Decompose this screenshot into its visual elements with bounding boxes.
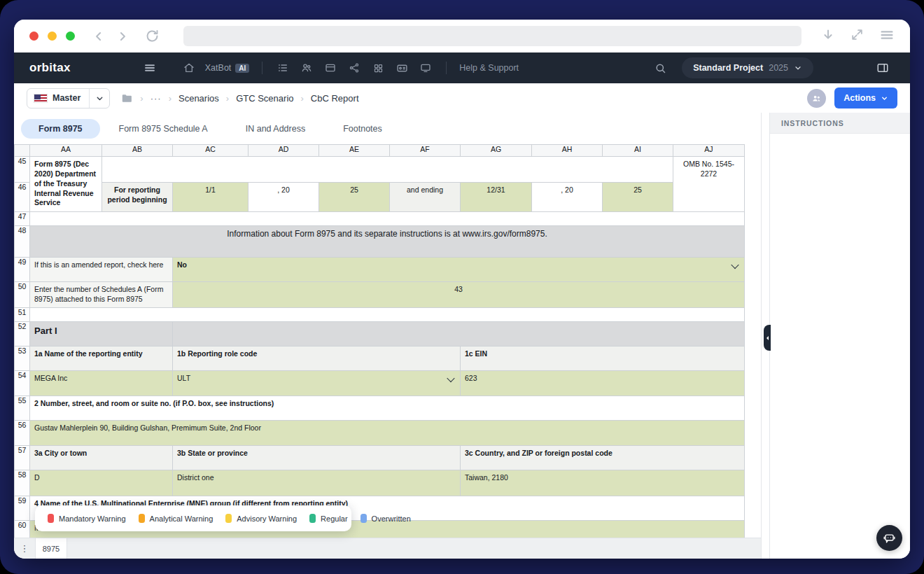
sheet-tab-8975[interactable]: 8975	[35, 538, 67, 559]
col-header-AI[interactable]: AI	[603, 145, 673, 157]
col-header-AE[interactable]: AE	[319, 145, 390, 157]
close-window-button[interactable]	[29, 31, 38, 41]
panel-toggle-icon[interactable]	[871, 62, 895, 74]
col-header-AC[interactable]: AC	[173, 145, 248, 157]
col-header-AJ[interactable]: AJ	[673, 145, 745, 157]
cell-r55[interactable]: 2 Number, street, and room or suite no. …	[30, 396, 745, 420]
cell-r57[interactable]: 3b State or province	[173, 445, 461, 470]
card-icon[interactable]	[318, 62, 342, 74]
address-bar[interactable]	[183, 26, 802, 46]
cell-r50[interactable]: 43	[173, 282, 745, 308]
search-icon[interactable]	[648, 62, 672, 74]
row-header-46[interactable]: 46	[15, 183, 30, 212]
col-header-AH[interactable]: AH	[532, 145, 603, 157]
cell-r52[interactable]	[173, 321, 745, 346]
project-selector[interactable]: Standard Project 2025	[682, 57, 813, 78]
refresh-icon[interactable]	[145, 29, 160, 43]
cell-r49[interactable]: No	[173, 258, 745, 282]
cell-r56[interactable]: Gustav Mahlerplein 90, Building Gulshan,…	[30, 420, 745, 445]
cell-r50[interactable]: Enter the number of Schedules A (Form 89…	[30, 282, 173, 308]
cell-r45[interactable]: OMB No. 1545-2272	[673, 157, 745, 212]
share-icon[interactable]	[342, 62, 366, 74]
home-icon[interactable]	[177, 62, 201, 74]
row-header-59[interactable]: 59	[15, 496, 30, 520]
row-header-58[interactable]: 58	[15, 470, 30, 496]
tab-footnotes[interactable]: Footnotes	[324, 119, 401, 139]
chatbot-button[interactable]	[876, 525, 902, 551]
tab-form-8975-schedule-a[interactable]: Form 8975 Schedule A	[100, 119, 227, 139]
cell-r58[interactable]: District one	[173, 470, 461, 496]
entity-selector[interactable]: Master	[27, 88, 110, 108]
cell-r46[interactable]: , 20	[532, 183, 603, 212]
row-header-50[interactable]: 50	[15, 282, 30, 308]
panel-collapse-handle[interactable]	[764, 325, 771, 351]
download-icon[interactable]	[821, 28, 835, 45]
row-header-49[interactable]: 49	[15, 258, 30, 282]
cell-r53[interactable]: 1a Name of the reporting entity	[30, 346, 173, 370]
cell-r58[interactable]: D	[30, 470, 173, 496]
cell-r46[interactable]: and ending	[390, 183, 461, 212]
xatbot-nav-item[interactable]: XatBot AI	[205, 63, 250, 73]
row-header-45[interactable]: 45	[15, 157, 30, 183]
cell-r57[interactable]: 3c Country, and ZIP or foreign postal co…	[461, 445, 745, 470]
cell-r54[interactable]: 623	[461, 370, 745, 396]
app-menu-icon[interactable]	[138, 62, 162, 74]
tab-form-8975[interactable]: Form 8975	[21, 119, 100, 139]
cell-r53[interactable]: 1c EIN	[461, 346, 745, 370]
checklist-icon[interactable]	[271, 62, 295, 74]
breadcrumb-cbc-report[interactable]: CbC Report	[311, 93, 359, 104]
maximize-window-button[interactable]	[66, 31, 75, 41]
cell-r54[interactable]: MEGA Inc	[30, 370, 173, 396]
cell-r46[interactable]: 25	[319, 183, 390, 212]
cell-r52[interactable]: Part I	[30, 321, 173, 346]
cell-r45[interactable]	[102, 157, 673, 183]
help-support-link[interactable]: Help & Support	[459, 63, 519, 73]
cell-r54[interactable]: ULT	[173, 370, 461, 396]
collaborators-avatar[interactable]	[807, 89, 826, 108]
fullscreen-icon[interactable]	[850, 28, 864, 44]
cell-r47[interactable]	[30, 212, 745, 226]
breadcrumb-ellipsis[interactable]: ···	[150, 93, 162, 104]
row-header-48[interactable]: 48	[15, 226, 30, 258]
cell-r46[interactable]: 1/1	[173, 183, 248, 212]
cell-r46[interactable]: 12/31	[461, 183, 532, 212]
cell-r45[interactable]: Form 8975 (Dec 2020) Department of the T…	[30, 157, 102, 212]
row-header-47[interactable]: 47	[15, 212, 30, 226]
col-header-AB[interactable]: AB	[102, 145, 173, 157]
col-header-AA[interactable]: AA	[30, 145, 102, 157]
cell-r57[interactable]: 3a City or town	[30, 445, 173, 470]
breadcrumb-gtc-scenario[interactable]: GTC Scenario	[236, 93, 293, 104]
row-header-52[interactable]: 52	[15, 321, 30, 346]
cell-r58[interactable]: Taiwan, 2180	[461, 470, 745, 496]
back-icon[interactable]	[92, 29, 106, 43]
cell-r48[interactable]: Information about Form 8975 and its sepa…	[30, 226, 745, 258]
row-header-55[interactable]: 55	[15, 396, 30, 420]
cell-r46[interactable]: For reporting period beginning	[102, 183, 173, 212]
row-header-57[interactable]: 57	[15, 445, 30, 470]
col-header-AF[interactable]: AF	[390, 145, 461, 157]
row-header-54[interactable]: 54	[15, 370, 30, 396]
row-header-53[interactable]: 53	[15, 346, 30, 370]
tab-in-and-address[interactable]: IN and Address	[227, 119, 324, 139]
row-header-60[interactable]: 60	[15, 520, 30, 538]
col-header-AD[interactable]: AD	[248, 145, 319, 157]
cell-r51[interactable]	[30, 307, 745, 321]
row-header-56[interactable]: 56	[15, 420, 30, 445]
actions-button[interactable]: Actions	[834, 88, 897, 108]
cell-r46[interactable]: 25	[603, 183, 673, 212]
minimize-window-button[interactable]	[48, 31, 57, 41]
col-header-AG[interactable]: AG	[461, 145, 532, 157]
cell-r53[interactable]: 1b Reporting role code	[173, 346, 461, 370]
sheet-options-kebab-icon[interactable]: ⋮	[14, 538, 35, 559]
breadcrumb-scenarios[interactable]: Scenarios	[178, 93, 219, 104]
row-header-51[interactable]: 51	[15, 307, 30, 321]
cell-r49[interactable]: If this is an amended report, check here	[30, 258, 173, 282]
forward-icon[interactable]	[115, 29, 130, 43]
users-icon[interactable]	[295, 62, 318, 74]
id-card-icon[interactable]	[390, 62, 414, 74]
folder-icon[interactable]	[121, 92, 133, 104]
browser-menu-icon[interactable]	[879, 27, 895, 46]
cell-r46[interactable]: , 20	[248, 183, 319, 212]
orbitax-logo[interactable]: orbitax	[29, 61, 71, 75]
monitor-icon[interactable]	[414, 62, 438, 74]
